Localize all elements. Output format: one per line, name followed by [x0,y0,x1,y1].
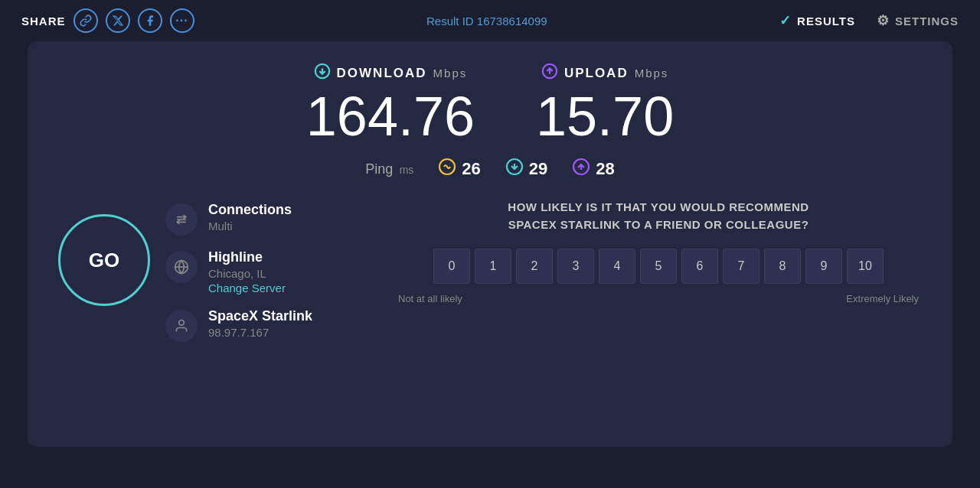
nps-3[interactable]: 3 [557,249,594,284]
link-share-icon[interactable] [74,8,98,33]
bottom-section: GO Connections M [58,199,922,342]
connections-text: Connections Multi [208,202,292,233]
svg-point-14 [179,320,185,326]
more-share-icon[interactable]: ··· [170,8,194,33]
result-id-section: Result ID 16738614099 [426,15,547,28]
upload-label: UPLOAD Mbps [536,63,674,83]
gear-icon: ⚙ [877,12,890,29]
server-info: Connections Multi Highline [165,202,312,342]
nps-2[interactable]: 2 [516,249,553,284]
download-value: 164.76 [306,86,475,147]
ping-label: Ping ms [365,161,413,177]
nps-label-low: Not at all likely [398,293,462,304]
download-label: DOWNLOAD Mbps [306,63,475,83]
isp-text: SpaceX Starlink 98.97.7.167 [208,308,312,339]
nps-labels: Not at all likely Extremely Likely [395,293,922,304]
download-icon [314,63,331,83]
nps-panel: HOW LIKELY IS IT THAT YOU WOULD RECOMMEN… [395,199,922,342]
nps-6[interactable]: 6 [681,249,718,284]
change-server-link[interactable]: Change Server [208,281,286,294]
top-bar: SHARE ··· Result ID 16738614099 ✓ RESULT… [0,0,980,41]
isp-icon [165,310,198,342]
ping-upload: 28 [572,158,614,181]
main-card: DOWNLOAD Mbps 164.76 UPLOAD Mbps 15.70 [28,41,952,447]
upload-section: UPLOAD Mbps 15.70 [536,63,674,147]
nps-10[interactable]: 10 [847,249,884,284]
ping-idle: 26 [438,158,480,181]
server-row: Highline Chicago, IL Change Server [165,249,312,294]
nps-0[interactable]: 0 [433,249,470,284]
share-label: SHARE [21,15,66,28]
connections-row: Connections Multi [165,202,312,236]
nps-9[interactable]: 9 [805,249,842,284]
ping-download: 29 [505,158,547,181]
nps-5[interactable]: 5 [640,249,677,284]
nps-7[interactable]: 7 [723,249,760,284]
go-button[interactable]: GO [58,214,150,306]
speed-row: DOWNLOAD Mbps 164.76 UPLOAD Mbps 15.70 [58,63,922,147]
results-nav[interactable]: ✓ RESULTS [779,12,855,29]
server-text: Highline Chicago, IL Change Server [208,249,286,294]
share-section: SHARE ··· [21,8,194,33]
upload-value: 15.70 [536,86,674,147]
facebook-share-icon[interactable] [138,8,162,33]
nps-8[interactable]: 8 [764,249,801,284]
nps-4[interactable]: 4 [599,249,635,284]
idle-ping-icon [438,158,456,181]
left-panel: GO Connections M [58,199,349,342]
upload-icon [541,63,558,83]
nps-label-high: Extremely Likely [846,293,919,304]
checkmark-icon: ✓ [779,12,792,29]
ping-row: Ping ms 26 29 [58,158,922,181]
upload-ping-icon [572,158,590,181]
isp-row: SpaceX Starlink 98.97.7.167 [165,308,312,342]
twitter-share-icon[interactable] [106,8,130,33]
nps-1[interactable]: 1 [475,249,511,284]
download-ping-icon [505,158,524,181]
connections-icon [165,203,198,236]
nps-question: HOW LIKELY IS IT THAT YOU WOULD RECOMMEN… [395,199,922,233]
server-globe-icon [165,251,198,283]
top-right-nav: ✓ RESULTS ⚙ SETTINGS [779,12,959,29]
nps-buttons: 0 1 2 3 4 5 6 7 8 9 10 [395,249,922,284]
settings-nav[interactable]: ⚙ SETTINGS [877,12,959,29]
download-section: DOWNLOAD Mbps 164.76 [306,63,475,147]
